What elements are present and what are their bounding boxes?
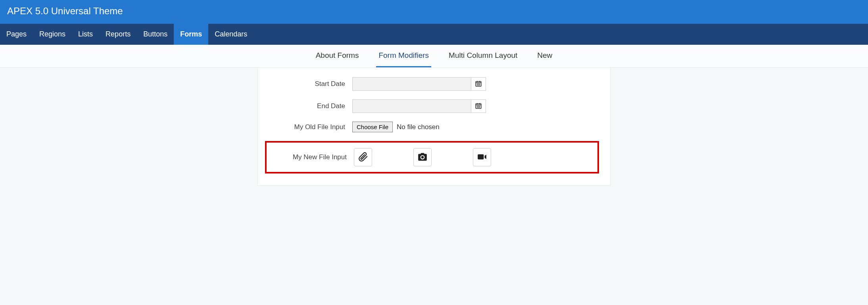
form-region: Start Date End Date	[257, 68, 611, 186]
nav-buttons[interactable]: Buttons	[137, 24, 174, 45]
old-file-row: My Old File Input Choose File No file ch…	[269, 122, 599, 132]
calendar-icon	[475, 102, 482, 111]
subnav-multi-column[interactable]: Multi Column Layout	[446, 45, 520, 67]
nav-regions[interactable]: Regions	[33, 24, 72, 45]
svg-point-19	[480, 107, 480, 107]
video-icon	[477, 152, 487, 163]
nav-reports[interactable]: Reports	[99, 24, 137, 45]
start-date-row: Start Date	[269, 77, 599, 91]
svg-point-14	[477, 106, 478, 106]
svg-point-5	[478, 84, 479, 84]
start-date-picker-button[interactable]	[471, 77, 486, 91]
attach-file-button[interactable]	[354, 148, 372, 166]
svg-point-8	[478, 85, 479, 85]
choose-file-button[interactable]: Choose File	[352, 122, 393, 132]
svg-point-16	[480, 106, 480, 106]
end-date-label: End Date	[269, 102, 352, 110]
new-file-highlight: My New File Input	[265, 141, 599, 173]
svg-point-6	[480, 84, 480, 84]
svg-point-4	[477, 84, 478, 84]
sub-nav: About Forms Form Modifiers Multi Column …	[0, 45, 868, 68]
nav-forms[interactable]: Forms	[174, 24, 208, 45]
main-nav: Pages Regions Lists Reports Buttons Form…	[0, 24, 868, 45]
start-date-input[interactable]	[352, 77, 471, 91]
subnav-new[interactable]: New	[535, 45, 555, 67]
new-file-buttons	[354, 148, 491, 166]
svg-point-18	[478, 107, 479, 107]
app-title: APEX 5.0 Universal Theme	[7, 6, 123, 16]
old-file-label: My Old File Input	[269, 123, 352, 131]
take-photo-button[interactable]	[413, 148, 432, 166]
start-date-label: Start Date	[269, 80, 352, 88]
new-file-label: My New File Input	[271, 153, 354, 161]
camera-icon	[417, 152, 428, 163]
end-date-input[interactable]	[352, 99, 471, 113]
new-file-row: My New File Input	[271, 148, 593, 166]
subnav-about-forms[interactable]: About Forms	[313, 45, 361, 67]
svg-point-17	[477, 107, 478, 107]
calendar-icon	[475, 80, 482, 88]
svg-point-15	[478, 106, 479, 106]
svg-point-9	[480, 85, 480, 85]
app-header: APEX 5.0 Universal Theme	[0, 0, 868, 24]
nav-pages[interactable]: Pages	[0, 24, 33, 45]
nav-lists[interactable]: Lists	[72, 24, 99, 45]
svg-point-7	[477, 85, 478, 85]
record-video-button[interactable]	[473, 148, 491, 166]
end-date-picker-button[interactable]	[471, 99, 486, 113]
subnav-form-modifiers[interactable]: Form Modifiers	[376, 45, 431, 67]
end-date-row: End Date	[269, 99, 599, 113]
nav-calendars[interactable]: Calendars	[208, 24, 253, 45]
file-status-text: No file chosen	[397, 123, 440, 131]
paperclip-icon	[358, 152, 368, 163]
